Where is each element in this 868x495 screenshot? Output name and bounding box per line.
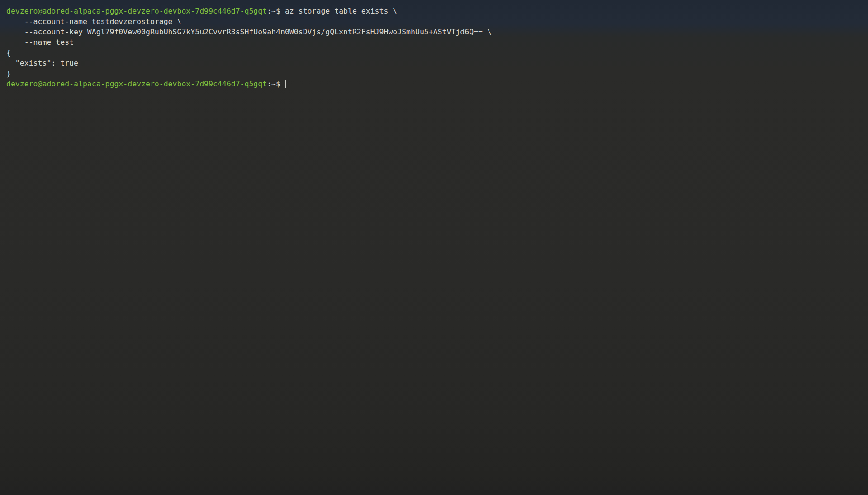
command-continuation-line: --name test [6, 37, 862, 47]
command-entry-line: devzero@adored-alpaca-pggx-devzero-devbo… [6, 6, 862, 16]
command-continuation-line: --account-key WAgl79f0Vew00gRubUhSG7kY5u… [6, 27, 862, 37]
prompt-user-host: devzero@adored-alpaca-pggx-devzero-devbo… [6, 7, 267, 15]
prompt-suffix: :~$ [267, 80, 285, 88]
prompt-user-host: devzero@adored-alpaca-pggx-devzero-devbo… [6, 80, 267, 88]
output-json-open-brace: { [6, 47, 862, 58]
text-cursor [285, 80, 286, 88]
command-continuation-line: --account-name testdevzerostorage \ [6, 16, 862, 27]
output-json-exists-true: "exists": true [6, 58, 862, 68]
command-text-line-1: az storage table exists \ [285, 7, 397, 15]
current-prompt-line: devzero@adored-alpaca-pggx-devzero-devbo… [6, 79, 862, 89]
command-text-line-3: --account-key WAgl79f0Vew00gRubUhSG7kY5u… [6, 28, 492, 36]
terminal-screen[interactable]: devzero@adored-alpaca-pggx-devzero-devbo… [0, 0, 868, 495]
prompt-suffix: :~$ [267, 7, 285, 15]
command-text-line-2: --account-name testdevzerostorage \ [6, 17, 181, 26]
output-json-close-brace: } [6, 68, 862, 79]
command-text-line-4: --name test [6, 38, 74, 47]
